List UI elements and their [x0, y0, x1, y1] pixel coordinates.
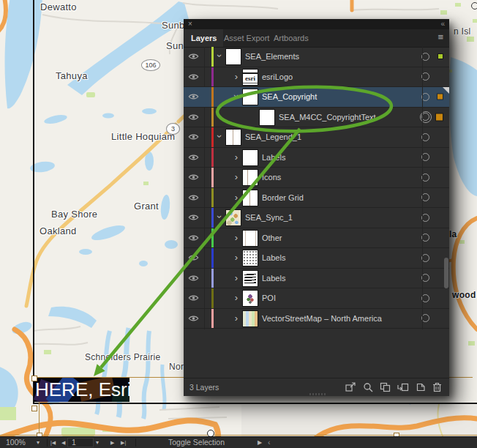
layer-row[interactable]: ›Labels [184, 148, 449, 168]
expand-chevron-icon[interactable]: › [214, 214, 225, 221]
status-back-icon[interactable]: ‹ [268, 437, 271, 448]
layer-row[interactable]: ›VectorStreetMap – North America [184, 309, 449, 329]
layer-name[interactable]: Other [262, 234, 282, 242]
expand-chevron-icon[interactable]: › [233, 292, 240, 303]
layer-thumbnail[interactable] [243, 190, 258, 206]
layer-row[interactable]: SEA_M4CC_CopyrightText [184, 108, 449, 128]
visibility-eye-icon[interactable] [188, 315, 199, 322]
layer-name[interactable]: Labels [262, 274, 285, 283]
visibility-eye-icon[interactable] [188, 234, 199, 242]
target-circle[interactable] [421, 53, 429, 61]
last-artboard-button[interactable]: ▶| [121, 437, 126, 448]
layer-row[interactable]: ›Labels [184, 248, 449, 269]
target-circle[interactable] [421, 113, 429, 121]
expand-chevron-icon[interactable]: › [231, 93, 242, 100]
expand-chevron-icon[interactable]: › [233, 232, 240, 243]
layer-row[interactable]: ›SEA_Sync_1 [184, 208, 449, 228]
locate-object-icon[interactable] [363, 382, 373, 392]
layer-name[interactable]: Labels [262, 153, 285, 162]
target-circle[interactable] [421, 294, 429, 302]
layer-name[interactable]: SEA_Copyright [262, 92, 317, 101]
target-circle[interactable] [421, 153, 429, 161]
collect-for-export-icon[interactable] [345, 382, 356, 392]
layer-row[interactable]: ›Other [184, 228, 449, 249]
layer-name[interactable]: Icons [262, 173, 281, 182]
visibility-eye-icon[interactable] [188, 133, 199, 141]
expand-chevron-icon[interactable]: › [214, 53, 225, 60]
first-artboard-button[interactable]: |◀ [50, 437, 56, 448]
status-play-icon[interactable]: ▶ [258, 437, 262, 448]
target-circle[interactable] [421, 133, 429, 141]
layer-name[interactable]: SEA_Legend_1 [245, 132, 301, 141]
layer-row[interactable]: ›SEA_Elements [184, 47, 449, 67]
layer-thumbnail[interactable] [260, 110, 274, 125]
panel-resize-handle[interactable] [309, 393, 326, 395]
visibility-eye-icon[interactable] [188, 113, 199, 121]
layer-thumbnail[interactable] [243, 311, 258, 326]
artboard-dropdown-icon[interactable]: ▾ [96, 437, 99, 448]
layer-row[interactable]: ›Labels [184, 269, 449, 289]
target-circle[interactable] [421, 314, 429, 322]
visibility-eye-icon[interactable] [188, 194, 199, 201]
expand-chevron-icon[interactable]: › [233, 71, 240, 82]
anchor-point-ring[interactable] [471, 2, 477, 10]
next-artboard-button[interactable]: ▶ [110, 437, 114, 448]
map-attribution[interactable]: HERE, Esri [34, 378, 129, 402]
layer-thumbnail[interactable] [243, 89, 258, 105]
target-circle[interactable] [421, 193, 429, 201]
layer-name[interactable]: Border Grid [262, 193, 304, 202]
panel-title-bar[interactable]: × « [184, 19, 449, 29]
visibility-eye-icon[interactable] [188, 154, 199, 161]
target-circle[interactable] [421, 254, 429, 262]
layer-thumbnail[interactable] [243, 170, 258, 185]
expand-chevron-icon[interactable]: › [233, 272, 240, 283]
target-circle[interactable] [421, 93, 429, 101]
layer-thumbnail[interactable]: esri [243, 70, 258, 85]
visibility-eye-icon[interactable] [188, 275, 199, 282]
layer-name[interactable]: SEA_Sync_1 [245, 213, 293, 222]
visibility-eye-icon[interactable] [188, 214, 199, 221]
expand-chevron-icon[interactable]: › [233, 313, 240, 324]
zoom-dropdown-icon[interactable]: ▾ [37, 437, 40, 448]
visibility-eye-icon[interactable] [188, 254, 199, 261]
visibility-eye-icon[interactable] [188, 73, 199, 81]
layer-row[interactable]: ›SEA_Legend_1 [184, 127, 449, 148]
layer-thumbnail[interactable] [226, 210, 241, 225]
prev-artboard-button[interactable]: ◀ [61, 437, 65, 448]
layer-name[interactable]: Labels [262, 253, 285, 262]
layer-thumbnail[interactable] [243, 271, 258, 286]
target-circle[interactable] [421, 234, 429, 242]
visibility-eye-icon[interactable] [188, 173, 199, 181]
selection-handle[interactable] [31, 406, 37, 411]
layer-name[interactable]: SEA_Elements [245, 52, 299, 61]
target-circle[interactable] [421, 72, 429, 81]
target-circle[interactable] [421, 173, 429, 182]
layer-row[interactable]: ›SEA_Copyright [184, 87, 449, 108]
expand-chevron-icon[interactable]: › [233, 252, 240, 263]
layer-thumbnail[interactable] [226, 130, 241, 145]
target-circle[interactable] [421, 274, 429, 282]
layer-row[interactable]: ›Icons [184, 168, 449, 188]
panel-scrollbar[interactable] [444, 258, 448, 288]
panel-close-icon[interactable]: × [188, 19, 192, 29]
layer-name[interactable]: VectorStreetMap – North America [262, 314, 382, 323]
expand-chevron-icon[interactable]: › [214, 133, 225, 141]
layer-thumbnail[interactable] [226, 49, 241, 64]
panel-collapse-icon[interactable]: « [440, 19, 444, 29]
layer-row[interactable]: ›Border Grid [184, 188, 449, 209]
layer-row[interactable]: ›POI [184, 288, 449, 309]
expand-chevron-icon[interactable]: › [233, 171, 240, 182]
expand-chevron-icon[interactable]: › [233, 152, 240, 163]
layer-row[interactable]: ›esriesriLogo [184, 67, 449, 88]
new-layer-icon[interactable] [416, 382, 426, 392]
expand-chevron-icon[interactable]: › [233, 192, 240, 203]
new-sublayer-icon[interactable] [397, 382, 409, 392]
visibility-eye-icon[interactable] [188, 93, 199, 100]
visibility-eye-icon[interactable] [188, 294, 199, 302]
make-clip-mask-icon[interactable] [380, 382, 391, 392]
delete-icon[interactable] [432, 382, 442, 392]
status-toggle-label[interactable]: Toggle Selection [168, 437, 225, 448]
layer-thumbnail[interactable] [243, 291, 258, 306]
visibility-eye-icon[interactable] [188, 53, 199, 60]
tab-artboards[interactable]: Artboards [267, 29, 315, 47]
